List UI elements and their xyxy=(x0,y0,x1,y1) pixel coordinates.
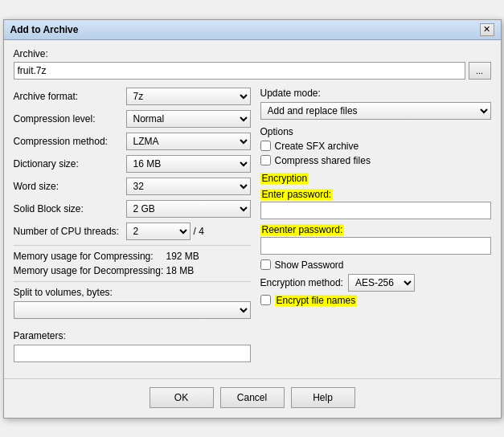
enter-password-label: Enter password: xyxy=(260,189,334,200)
dictionary-size-select-wrapper: 8 MB 16 MB 32 MB xyxy=(126,155,251,173)
word-size-select-wrapper: 16 32 64 xyxy=(126,178,251,195)
dictionary-size-select[interactable]: 8 MB 16 MB 32 MB xyxy=(126,155,251,173)
show-password-row: Show Password xyxy=(260,259,491,271)
help-button[interactable]: Help xyxy=(291,387,355,408)
archive-input[interactable] xyxy=(14,62,465,80)
cpu-threads-select[interactable]: 1 2 4 xyxy=(126,223,191,240)
split-label: Split to volumes, bytes: xyxy=(14,287,251,298)
encryption-method-label: Encryption method: xyxy=(260,277,343,288)
cpu-threads-select-wrap: 1 2 4 / 4 xyxy=(126,223,204,240)
dictionary-size-label: Dictionary size: xyxy=(14,158,126,169)
encrypt-file-names-label: Encrypt file names xyxy=(275,295,358,306)
show-password-checkbox[interactable] xyxy=(260,259,271,270)
archive-format-select-wrapper: 7z zip tar xyxy=(126,88,251,105)
compression-level-row: Compression level: Store Normal Maximum xyxy=(14,110,251,128)
encryption-section: Encryption Enter password: Reenter passw… xyxy=(260,173,491,306)
dictionary-size-row: Dictionary size: 8 MB 16 MB 32 MB xyxy=(14,155,251,173)
encryption-title: Encryption xyxy=(260,173,309,184)
options-section: Options Create SFX archive Compress shar… xyxy=(260,126,491,166)
options-label: Options xyxy=(260,126,491,137)
word-size-select[interactable]: 16 32 64 xyxy=(126,178,251,195)
create-sfx-label: Create SFX archive xyxy=(275,141,359,152)
cpu-threads-row: Number of CPU threads: 1 2 4 / 4 xyxy=(14,223,251,240)
compression-method-row: Compression method: LZMA LZMA2 PPMd xyxy=(14,133,251,150)
archive-label: Archive: xyxy=(14,48,491,59)
split-row: 10M 100M 1G xyxy=(14,301,251,319)
compression-method-select-wrapper: LZMA LZMA2 PPMd xyxy=(126,133,251,150)
memory-decompressing-row: Memory usage for Decompressing: 18 MB xyxy=(14,265,251,276)
dialog-content: Archive: ... Archive format: 7z zip tar xyxy=(4,40,501,370)
compress-shared-checkbox[interactable] xyxy=(260,155,271,165)
reenter-password-label: Reenter password: xyxy=(260,224,345,235)
archive-format-row: Archive format: 7z zip tar xyxy=(14,88,251,105)
update-mode-select[interactable]: Add and replace files Update and add fil… xyxy=(260,102,491,120)
word-size-label: Word size: xyxy=(14,181,126,192)
show-password-label: Show Password xyxy=(275,259,344,271)
solid-block-size-select[interactable]: 1 GB 2 GB xyxy=(126,200,251,218)
parameters-label: Parameters: xyxy=(14,330,251,341)
left-panel: Archive format: 7z zip tar Compression l… xyxy=(14,88,251,362)
archive-format-label: Archive format: xyxy=(14,91,126,102)
enter-password-input[interactable] xyxy=(260,202,491,219)
dialog-title: Add to Archive xyxy=(10,24,79,35)
encryption-method-row: Encryption method: AES-256 ZipCrypto xyxy=(260,274,491,292)
word-size-row: Word size: 16 32 64 xyxy=(14,178,251,195)
browse-button[interactable]: ... xyxy=(469,62,491,80)
archive-row: ... xyxy=(14,62,491,80)
compression-method-select[interactable]: LZMA LZMA2 PPMd xyxy=(126,133,251,150)
memory-compressing-value: 192 MB xyxy=(166,251,199,262)
compress-shared-row: Compress shared files xyxy=(260,155,491,166)
parameters-input[interactable] xyxy=(14,345,251,362)
encryption-method-select[interactable]: AES-256 ZipCrypto xyxy=(348,274,415,292)
memory-compressing-label: Memory usage for Compressing: xyxy=(14,251,166,262)
update-mode-label: Update mode: xyxy=(260,88,491,99)
memory-decompressing-label: Memory usage for Decompressing: xyxy=(14,265,166,276)
reenter-password-input[interactable] xyxy=(260,237,491,255)
create-sfx-row: Create SFX archive xyxy=(260,141,491,152)
cpu-threads-label: Number of CPU threads: xyxy=(14,226,126,237)
solid-block-size-select-wrapper: 1 GB 2 GB xyxy=(126,200,251,218)
archive-format-select[interactable]: 7z zip tar xyxy=(126,88,251,105)
solid-block-size-label: Solid Block size: xyxy=(14,203,126,214)
memory-decompressing-value: 18 MB xyxy=(166,265,195,276)
main-layout: Archive format: 7z zip tar Compression l… xyxy=(14,88,491,362)
compression-level-label: Compression level: xyxy=(14,113,126,125)
split-select[interactable]: 10M 100M 1G xyxy=(14,301,251,319)
title-bar: Add to Archive ✕ xyxy=(4,20,501,40)
add-to-archive-dialog: Add to Archive ✕ Archive: ... Archive fo… xyxy=(3,19,502,419)
memory-compressing-row: Memory usage for Compressing: 192 MB xyxy=(14,251,251,262)
create-sfx-checkbox[interactable] xyxy=(260,141,271,151)
right-panel: Update mode: Add and replace files Updat… xyxy=(260,88,491,362)
cancel-button[interactable]: Cancel xyxy=(220,387,285,408)
encrypt-file-names-checkbox[interactable] xyxy=(260,295,271,305)
compress-shared-label: Compress shared files xyxy=(275,155,371,166)
split-select-wrap: 10M 100M 1G xyxy=(14,301,251,319)
compression-method-label: Compression method: xyxy=(14,136,126,147)
compression-level-select-wrapper: Store Normal Maximum xyxy=(126,110,251,128)
compression-level-select[interactable]: Store Normal Maximum xyxy=(126,110,251,128)
cpu-total: / 4 xyxy=(194,226,204,237)
encrypt-file-names-row: Encrypt file names xyxy=(260,295,491,306)
dialog-footer: OK Cancel Help xyxy=(4,378,501,418)
close-button[interactable]: ✕ xyxy=(480,23,494,36)
ok-button[interactable]: OK xyxy=(150,387,214,408)
solid-block-size-row: Solid Block size: 1 GB 2 GB xyxy=(14,200,251,218)
